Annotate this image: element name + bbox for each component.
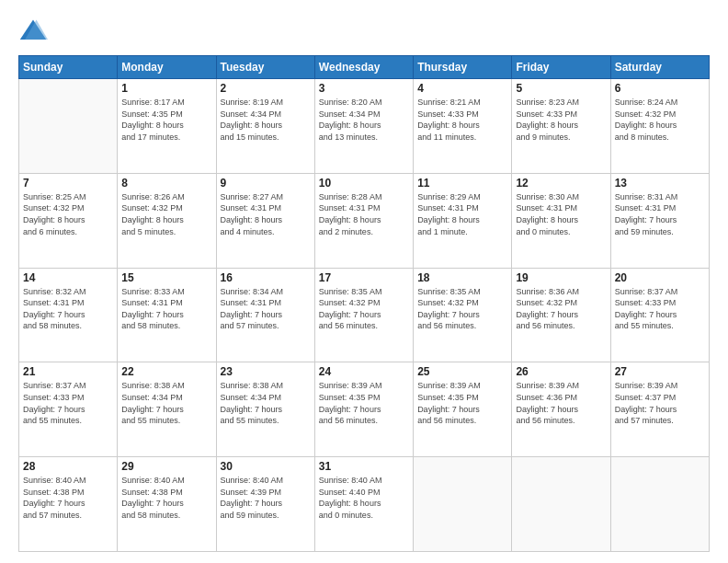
day-number: 22	[121, 365, 211, 378]
calendar-cell: 16Sunrise: 8:34 AM Sunset: 4:31 PM Dayli…	[216, 268, 314, 362]
calendar-cell: 1Sunrise: 8:17 AM Sunset: 4:35 PM Daylig…	[118, 79, 216, 174]
calendar-cell: 9Sunrise: 8:27 AM Sunset: 4:31 PM Daylig…	[216, 173, 314, 268]
day-number: 17	[319, 271, 409, 284]
calendar-cell: 14Sunrise: 8:32 AM Sunset: 4:31 PM Dayli…	[19, 268, 118, 362]
calendar-cell: 28Sunrise: 8:40 AM Sunset: 4:38 PM Dayli…	[19, 457, 118, 552]
day-info: Sunrise: 8:20 AM Sunset: 4:34 PM Dayligh…	[319, 97, 409, 143]
day-number: 2	[221, 82, 311, 95]
day-number: 8	[121, 177, 211, 190]
day-info: Sunrise: 8:26 AM Sunset: 4:32 PM Dayligh…	[121, 191, 211, 237]
day-number: 12	[516, 177, 606, 190]
day-number: 21	[23, 365, 113, 378]
day-number: 16	[221, 271, 311, 284]
day-number: 19	[516, 271, 606, 284]
day-info: Sunrise: 8:40 AM Sunset: 4:38 PM Dayligh…	[121, 475, 211, 521]
day-info: Sunrise: 8:35 AM Sunset: 4:32 PM Dayligh…	[319, 286, 409, 332]
day-info: Sunrise: 8:37 AM Sunset: 4:33 PM Dayligh…	[23, 380, 113, 426]
calendar-cell: 26Sunrise: 8:39 AM Sunset: 4:36 PM Dayli…	[512, 362, 610, 457]
day-number: 15	[121, 271, 211, 284]
calendar-cell: 23Sunrise: 8:38 AM Sunset: 4:34 PM Dayli…	[216, 362, 314, 457]
day-info: Sunrise: 8:40 AM Sunset: 4:38 PM Dayligh…	[23, 475, 113, 521]
day-info: Sunrise: 8:27 AM Sunset: 4:31 PM Dayligh…	[221, 191, 311, 237]
day-info: Sunrise: 8:40 AM Sunset: 4:40 PM Dayligh…	[319, 475, 409, 521]
day-number: 11	[417, 177, 507, 190]
logo	[18, 17, 51, 46]
day-number: 13	[615, 177, 705, 190]
day-info: Sunrise: 8:29 AM Sunset: 4:31 PM Dayligh…	[417, 191, 507, 237]
calendar-cell: 20Sunrise: 8:37 AM Sunset: 4:33 PM Dayli…	[610, 268, 709, 362]
calendar-cell: 2Sunrise: 8:19 AM Sunset: 4:34 PM Daylig…	[216, 79, 314, 174]
day-info: Sunrise: 8:24 AM Sunset: 4:32 PM Dayligh…	[615, 97, 705, 143]
day-info: Sunrise: 8:23 AM Sunset: 4:33 PM Dayligh…	[516, 97, 606, 143]
day-info: Sunrise: 8:38 AM Sunset: 4:34 PM Dayligh…	[121, 380, 211, 426]
calendar-week-row: 21Sunrise: 8:37 AM Sunset: 4:33 PM Dayli…	[19, 362, 710, 457]
calendar-cell	[19, 79, 118, 174]
calendar-cell: 19Sunrise: 8:36 AM Sunset: 4:32 PM Dayli…	[512, 268, 610, 362]
day-number: 3	[319, 82, 409, 95]
day-number: 29	[121, 460, 211, 473]
day-info: Sunrise: 8:37 AM Sunset: 4:33 PM Dayligh…	[615, 286, 705, 332]
day-info: Sunrise: 8:25 AM Sunset: 4:32 PM Dayligh…	[23, 191, 113, 237]
calendar-cell: 24Sunrise: 8:39 AM Sunset: 4:35 PM Dayli…	[314, 362, 413, 457]
header-row: SundayMondayTuesdayWednesdayThursdayFrid…	[19, 56, 710, 79]
day-info: Sunrise: 8:39 AM Sunset: 4:35 PM Dayligh…	[319, 380, 409, 426]
day-info: Sunrise: 8:39 AM Sunset: 4:36 PM Dayligh…	[516, 380, 606, 426]
day-info: Sunrise: 8:39 AM Sunset: 4:37 PM Dayligh…	[615, 380, 705, 426]
day-info: Sunrise: 8:28 AM Sunset: 4:31 PM Dayligh…	[319, 191, 409, 237]
day-info: Sunrise: 8:21 AM Sunset: 4:33 PM Dayligh…	[417, 97, 507, 143]
calendar-table: SundayMondayTuesdayWednesdayThursdayFrid…	[18, 55, 710, 552]
day-number: 10	[319, 177, 409, 190]
calendar-cell	[512, 457, 610, 552]
day-number: 25	[417, 365, 507, 378]
day-number: 14	[23, 271, 113, 284]
day-number: 23	[221, 365, 311, 378]
day-info: Sunrise: 8:17 AM Sunset: 4:35 PM Dayligh…	[121, 97, 211, 143]
day-number: 31	[319, 460, 409, 473]
day-number: 24	[319, 365, 409, 378]
weekday-header: Monday	[118, 56, 216, 79]
day-number: 26	[516, 365, 606, 378]
logo-icon	[18, 17, 48, 46]
calendar-cell: 31Sunrise: 8:40 AM Sunset: 4:40 PM Dayli…	[314, 457, 413, 552]
calendar-cell: 12Sunrise: 8:30 AM Sunset: 4:31 PM Dayli…	[512, 173, 610, 268]
day-info: Sunrise: 8:38 AM Sunset: 4:34 PM Dayligh…	[221, 380, 311, 426]
day-number: 18	[417, 271, 507, 284]
day-info: Sunrise: 8:39 AM Sunset: 4:35 PM Dayligh…	[417, 380, 507, 426]
weekday-header: Saturday	[610, 56, 709, 79]
calendar-cell: 25Sunrise: 8:39 AM Sunset: 4:35 PM Dayli…	[414, 362, 512, 457]
day-info: Sunrise: 8:30 AM Sunset: 4:31 PM Dayligh…	[516, 191, 606, 237]
calendar-cell: 6Sunrise: 8:24 AM Sunset: 4:32 PM Daylig…	[610, 79, 709, 174]
day-info: Sunrise: 8:32 AM Sunset: 4:31 PM Dayligh…	[23, 286, 113, 332]
day-info: Sunrise: 8:40 AM Sunset: 4:39 PM Dayligh…	[221, 475, 311, 521]
day-number: 6	[615, 82, 705, 95]
calendar-week-row: 1Sunrise: 8:17 AM Sunset: 4:35 PM Daylig…	[19, 79, 710, 174]
weekday-header: Friday	[512, 56, 610, 79]
calendar-cell: 18Sunrise: 8:35 AM Sunset: 4:32 PM Dayli…	[414, 268, 512, 362]
calendar-cell: 27Sunrise: 8:39 AM Sunset: 4:37 PM Dayli…	[610, 362, 709, 457]
calendar-cell	[610, 457, 709, 552]
day-number: 4	[417, 82, 507, 95]
calendar-cell: 22Sunrise: 8:38 AM Sunset: 4:34 PM Dayli…	[118, 362, 216, 457]
calendar-cell: 11Sunrise: 8:29 AM Sunset: 4:31 PM Dayli…	[414, 173, 512, 268]
weekday-header: Wednesday	[314, 56, 413, 79]
day-number: 7	[23, 177, 113, 190]
calendar-week-row: 28Sunrise: 8:40 AM Sunset: 4:38 PM Dayli…	[19, 457, 710, 552]
calendar-cell: 5Sunrise: 8:23 AM Sunset: 4:33 PM Daylig…	[512, 79, 610, 174]
day-number: 27	[615, 365, 705, 378]
calendar-cell: 7Sunrise: 8:25 AM Sunset: 4:32 PM Daylig…	[19, 173, 118, 268]
weekday-header: Tuesday	[216, 56, 314, 79]
day-info: Sunrise: 8:34 AM Sunset: 4:31 PM Dayligh…	[221, 286, 311, 332]
day-info: Sunrise: 8:33 AM Sunset: 4:31 PM Dayligh…	[121, 286, 211, 332]
page: SundayMondayTuesdayWednesdayThursdayFrid…	[0, 0, 728, 563]
calendar-week-row: 7Sunrise: 8:25 AM Sunset: 4:32 PM Daylig…	[19, 173, 710, 268]
day-number: 5	[516, 82, 606, 95]
calendar-cell	[414, 457, 512, 552]
calendar-cell: 21Sunrise: 8:37 AM Sunset: 4:33 PM Dayli…	[19, 362, 118, 457]
calendar-cell: 13Sunrise: 8:31 AM Sunset: 4:31 PM Dayli…	[610, 173, 709, 268]
day-number: 30	[221, 460, 311, 473]
day-number: 9	[221, 177, 311, 190]
day-number: 20	[615, 271, 705, 284]
calendar-cell: 8Sunrise: 8:26 AM Sunset: 4:32 PM Daylig…	[118, 173, 216, 268]
calendar-cell: 17Sunrise: 8:35 AM Sunset: 4:32 PM Dayli…	[314, 268, 413, 362]
calendar-week-row: 14Sunrise: 8:32 AM Sunset: 4:31 PM Dayli…	[19, 268, 710, 362]
